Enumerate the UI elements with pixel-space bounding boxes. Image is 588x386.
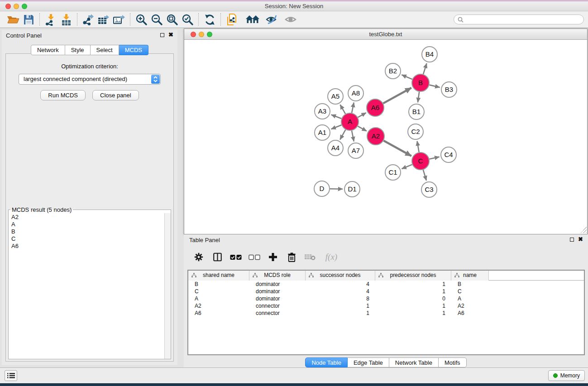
tab-node-table[interactable]: Node Table [305,357,348,367]
import-table-icon[interactable] [58,13,74,26]
result-scrollbar[interactable] [164,213,171,359]
cell-successor-nodes[interactable]: 4 [306,288,375,295]
cell-name[interactable]: B [451,281,489,288]
tab-motifs[interactable]: Motifs [439,357,467,367]
zoom-in-icon[interactable] [134,13,149,26]
close-panel-button[interactable]: Close panel [92,90,139,100]
edge-B-B4[interactable] [423,63,427,74]
run-mcds-button[interactable]: Run MCDS [40,90,86,100]
cell-shared-name[interactable]: A2 [188,302,249,310]
cell-name[interactable]: A6 [451,310,489,317]
column-header-mcds-role[interactable]: MCDS role [249,271,306,281]
node-B1[interactable]: B1 [409,104,424,119]
cell-mcds-role[interactable]: dominator [249,281,306,288]
cell-predecessor-nodes[interactable]: 1 [375,281,451,288]
edge-A-A1[interactable] [331,125,342,129]
import-network-icon[interactable] [43,13,58,26]
tab-style[interactable]: Style [65,45,91,55]
network-graph[interactable]: AA1A2A3A4A5A6A7A8BB1B2B3B4CC1C2C3C4DD1 [184,40,587,234]
search-input[interactable] [466,16,580,23]
node-C3[interactable]: C3 [421,182,437,197]
node-A2[interactable]: A2 [367,128,384,145]
cell-name[interactable]: C [451,288,489,295]
tab-select[interactable]: Select [91,45,119,55]
edge-A-A4[interactable] [340,130,345,140]
optimization-criterion-select[interactable]: largest connected component (directed) [19,74,161,85]
mcds-result-list[interactable]: A2ABCA6 [9,213,164,359]
network-canvas[interactable]: AA1A2A3A4A5A6A7A8BB1B2B3B4CC1C2C3C4DD1 [184,40,587,234]
tab-edge-table[interactable]: Edge Table [348,357,389,367]
memory-button[interactable]: Memory [548,370,585,381]
node-D1[interactable]: D1 [344,181,360,197]
zoom-selected-icon[interactable] [180,13,195,26]
edge-A-A7[interactable] [352,131,354,142]
node-A6[interactable]: A6 [367,99,384,116]
node-table[interactable]: shared nameMCDS rolesuccessor nodesprede… [187,270,585,355]
cell-successor-nodes[interactable]: 1 [306,310,375,317]
function-builder-icon[interactable]: f(x) [323,251,340,263]
show-columns-icon[interactable] [211,251,223,263]
column-header-name[interactable]: name [451,271,489,281]
cell-predecessor-nodes[interactable]: 1 [375,302,451,310]
edge-C-C4[interactable] [430,157,440,159]
result-item[interactable]: A [11,221,162,228]
task-history-button[interactable] [5,370,17,381]
save-session-icon[interactable] [21,13,36,26]
table-row-C[interactable]: Cdominator41C [188,288,584,295]
node-A5[interactable]: A5 [328,89,343,104]
node-B2[interactable]: B2 [385,63,401,79]
export-table-icon[interactable] [96,13,111,26]
table-row-B[interactable]: Bdominator41B [188,281,584,288]
hide-toggle-icon[interactable] [264,13,279,26]
add-column-icon[interactable] [267,251,279,263]
cell-shared-name[interactable]: B [188,281,249,288]
close-table-panel-icon[interactable]: ✖ [578,236,583,243]
cell-successor-nodes[interactable]: 4 [306,281,375,288]
export-image-icon[interactable] [111,13,127,26]
cell-successor-nodes[interactable]: 8 [306,295,375,302]
node-A8[interactable]: A8 [348,86,363,101]
edge-A2-C[interactable] [383,141,411,156]
edge-B-B3[interactable] [429,85,440,88]
table-mode-gear-icon[interactable] [193,251,205,263]
cell-shared-name[interactable]: A [188,295,249,302]
float-table-panel-icon[interactable] [570,238,574,242]
result-item[interactable]: B [11,228,162,235]
show-view-icon[interactable] [283,13,298,26]
result-item[interactable]: C [11,235,162,243]
edge-A-A8[interactable] [352,103,354,113]
export-network-icon[interactable] [81,13,96,26]
zoom-fit-icon[interactable] [164,13,180,26]
edge-C-C2[interactable] [417,141,419,152]
clone-network-icon[interactable] [224,13,239,26]
window-resize-grip[interactable] [580,227,587,233]
cell-name[interactable]: A2 [451,302,489,310]
column-header-successor-nodes[interactable]: successor nodes [306,271,375,281]
node-A3[interactable]: A3 [315,104,330,119]
edge-A-A3[interactable] [331,114,342,119]
edge-B-B1[interactable] [418,92,419,102]
node-A[interactable]: A [341,113,359,130]
cell-shared-name[interactable]: C [188,288,249,295]
edge-A-A6[interactable] [358,113,366,117]
tab-network[interactable]: Network [31,45,65,55]
cell-mcds-role[interactable]: dominator [249,288,306,295]
cell-predecessor-nodes[interactable]: 1 [375,288,451,295]
edge-C-C1[interactable] [402,165,412,169]
cell-predecessor-nodes[interactable]: 1 [375,310,451,317]
cell-mcds-role[interactable]: connector [249,302,306,310]
cell-predecessor-nodes[interactable]: 0 [375,295,451,302]
tab-mcds[interactable]: MCDS [119,45,148,55]
column-header-shared-name[interactable]: shared name [188,271,249,281]
node-A4[interactable]: A4 [328,140,343,156]
zoom-out-icon[interactable] [149,13,164,26]
cell-mcds-role[interactable]: dominator [249,295,306,302]
select-all-icon[interactable] [230,251,242,263]
edge-B-B2[interactable] [402,75,412,79]
edge-A-A2[interactable] [358,126,367,131]
network-window-titlebar[interactable]: testGlobe.txt [184,29,587,40]
node-A1[interactable]: A1 [315,125,330,140]
table-row-A6[interactable]: A6connector11A6 [188,310,584,317]
open-file-icon[interactable] [5,13,21,26]
node-C[interactable]: C [412,152,429,170]
